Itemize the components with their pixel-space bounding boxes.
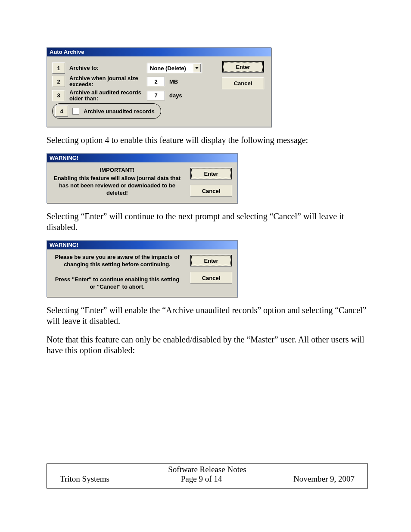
option-2-button[interactable]: 2 — [52, 76, 65, 87]
option-3-label: Archive all audited records older than: — [69, 90, 143, 102]
archive-unaudited-checkbox[interactable] — [72, 108, 79, 115]
warning-message: Enabling this feature will allow journal… — [54, 175, 181, 196]
warning-dialog-2: WARNING! Please be sure you are aware of… — [47, 240, 238, 297]
svg-marker-0 — [195, 67, 199, 69]
paragraph-1: Selecting option 4 to enable this featur… — [47, 135, 368, 146]
cancel-button[interactable]: Cancel — [222, 77, 264, 89]
option-2-label: Archive when journal size exceeds: — [69, 75, 143, 88]
days-input[interactable]: 7 — [147, 91, 165, 100]
archive-to-value: None (Delete) — [150, 65, 186, 72]
warning-dialog-1: WARNING! IMPORTANT! Enabling this featur… — [47, 153, 238, 203]
footer-left: Triton Systems — [60, 474, 109, 484]
footer-title: Software Release Notes — [47, 464, 367, 474]
cancel-button[interactable]: Cancel — [190, 185, 232, 197]
option-1-label: Archive to: — [69, 65, 143, 71]
option-1-button[interactable]: 1 — [52, 62, 65, 74]
enter-button[interactable]: Enter — [190, 255, 232, 267]
footer-center: Page 9 of 14 — [181, 474, 222, 484]
cancel-button[interactable]: Cancel — [190, 272, 232, 284]
dialog-title: Auto Archive — [47, 48, 271, 56]
enter-button[interactable]: Enter — [190, 168, 232, 180]
unit-days: days — [169, 92, 187, 99]
paragraph-2: Selecting “Enter” will continue to the n… — [47, 211, 368, 233]
unit-mb: MB — [169, 78, 187, 85]
warning-message-2: Press "Enter" to continue enabling this … — [52, 276, 182, 291]
enter-button[interactable]: Enter — [222, 61, 264, 73]
option-3-button[interactable]: 3 — [52, 90, 65, 101]
archive-to-dropdown[interactable]: None (Delete) — [147, 63, 202, 73]
option-4-button[interactable]: 4 — [55, 106, 68, 117]
chevron-down-icon — [193, 64, 201, 72]
journal-size-input[interactable]: 2 — [147, 77, 165, 86]
auto-archive-dialog: Auto Archive 1 Archive to: None (Delete) — [47, 47, 271, 127]
option-4-label: Archive unaudited records — [84, 108, 155, 115]
dialog-title: WARNING! — [47, 154, 237, 162]
page-footer: Software Release Notes Triton Systems Pa… — [47, 464, 368, 488]
warning-heading: IMPORTANT! — [52, 167, 182, 174]
warning-message-1: Please be sure you are aware of the impa… — [52, 254, 182, 268]
option-4-highlight: 4 Archive unaudited records — [52, 103, 161, 119]
paragraph-3: Selecting “Enter” will enable the “Archi… — [47, 305, 368, 327]
footer-right: November 9, 2007 — [293, 474, 355, 484]
paragraph-4: Note that this feature can only be enabl… — [47, 334, 368, 356]
dialog-title: WARNING! — [47, 241, 237, 249]
